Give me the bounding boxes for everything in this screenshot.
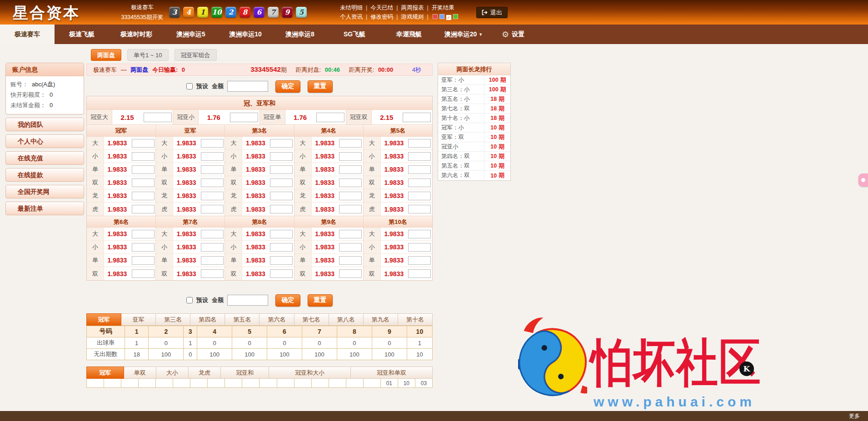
bet-amount-input[interactable] [270,269,293,278]
bet-amount-input[interactable] [339,165,362,174]
bet-amount-input[interactable] [339,139,362,148]
bet-amount-input[interactable] [270,243,293,252]
bet-amount-input[interactable] [403,113,431,122]
nav-tab[interactable]: 极速赛车 [0,25,55,44]
nav-tab[interactable]: 极速时时彩 [109,25,164,44]
trend-tab[interactable]: 冠军 [86,367,124,379]
nav-tab[interactable]: 澳洲幸运20▼ [436,25,491,44]
reset-button[interactable]: 重置 [308,80,333,93]
bet-amount-input[interactable] [408,205,431,213]
bet-amount-input[interactable] [201,256,224,265]
bet-amount-input[interactable] [270,178,293,187]
bet-amount-input[interactable] [270,230,293,238]
bet-amount-input[interactable] [132,152,155,161]
bet-amount-input[interactable] [201,152,224,161]
bet-amount-input[interactable] [201,192,224,200]
nav-tab[interactable]: 澳洲幸运10 [218,25,273,44]
header-link[interactable]: 两周报表 [401,5,424,11]
nav-settings[interactable]: ⚙ 设置 [491,25,535,44]
sidebar-item[interactable]: 我的团队 [5,118,84,131]
bet-amount-input[interactable] [270,192,293,200]
sidebar-item[interactable]: 个人中心 [5,134,84,148]
preset-checkbox[interactable] [186,297,193,303]
bet-amount-input[interactable] [132,192,155,200]
bet-amount-input[interactable] [316,113,344,122]
stats-tab[interactable]: 亚军 [121,313,156,326]
bet-amount-input[interactable] [132,243,155,252]
bet-amount-input[interactable] [132,269,155,278]
bet-amount-input[interactable] [132,256,155,265]
bet-amount-input[interactable] [408,192,431,200]
bet-amount-input[interactable] [408,165,431,174]
bet-amount-input[interactable] [339,178,362,187]
bet-amount-input[interactable] [201,243,224,252]
bet-amount-input[interactable] [339,243,362,252]
bet-amount-input[interactable] [270,165,293,174]
bet-amount-input[interactable] [408,139,431,148]
header-link[interactable]: 今天已结 [370,5,393,11]
sidebar-item[interactable]: 在线提款 [5,168,84,182]
stats-tab[interactable]: 冠军 [86,313,121,326]
bet-amount-input[interactable] [201,230,224,238]
trend-tab[interactable]: 龙虎 [189,367,221,379]
bet-amount-input[interactable] [339,152,362,161]
header-link[interactable]: 修改密码 [370,14,393,20]
bet-amount-input[interactable] [339,205,362,213]
reset-button[interactable]: 重置 [308,294,333,307]
stats-tab[interactable]: 第五名 [225,313,259,326]
bet-amount-input[interactable] [132,230,155,238]
bet-amount-input[interactable] [408,269,431,278]
stats-tab[interactable]: 第七名 [294,313,329,326]
sidebar-item[interactable]: 最新注单 [5,202,84,215]
preset-amount-input[interactable] [227,295,268,306]
bet-amount-input[interactable] [201,269,224,278]
trend-tab[interactable]: 冠亚和大小 [269,367,351,379]
trend-tab[interactable]: 冠亚和 [221,367,269,379]
header-link[interactable]: 开奖结果 [432,5,454,11]
bet-amount-input[interactable] [408,178,431,187]
stats-tab[interactable]: 第四名 [190,313,225,326]
trend-tab[interactable]: 大小 [156,367,189,379]
bet-amount-input[interactable] [339,230,362,238]
trend-tab[interactable]: 冠亚和单双 [351,367,433,379]
bet-amount-input[interactable] [201,178,224,187]
stats-tab[interactable]: 第八名 [329,313,364,326]
header-link[interactable]: 未结明细 [340,5,363,11]
bet-amount-input[interactable] [201,139,224,148]
bet-amount-input[interactable] [270,205,293,213]
more-link[interactable]: 更多 [849,411,860,421]
bet-amount-input[interactable] [230,113,258,122]
bet-amount-input[interactable] [132,178,155,187]
bet-amount-input[interactable] [201,165,224,174]
bet-amount-input[interactable] [132,139,155,148]
floating-widget[interactable] [858,173,868,187]
bet-amount-input[interactable] [270,139,293,148]
board-subtab[interactable]: 单号1 ~ 10 [127,49,169,61]
bet-amount-input[interactable] [132,205,155,213]
header-link[interactable]: 游戏规则 [401,14,424,20]
nav-tab[interactable]: 澳洲幸运5 [164,25,218,44]
nav-tab[interactable]: SG飞艇 [327,25,382,44]
stats-tab[interactable]: 第十名 [398,313,433,326]
trend-tab[interactable]: 单双 [124,367,156,379]
bet-amount-input[interactable] [339,192,362,200]
nav-tab[interactable]: 幸運飛艇 [382,25,436,44]
logout-button[interactable]: 退出 [476,7,508,18]
bet-amount-input[interactable] [270,152,293,161]
bet-amount-input[interactable] [132,165,155,174]
bet-amount-input[interactable] [408,152,431,161]
stats-tab[interactable]: 第九名 [364,313,398,326]
confirm-button[interactable]: 确定 [275,80,300,93]
nav-tab[interactable]: 极速飞艇 [55,25,109,44]
bet-amount-input[interactable] [339,256,362,265]
bet-amount-input[interactable] [201,205,224,213]
bet-amount-input[interactable] [339,269,362,278]
preset-checkbox[interactable] [186,83,193,89]
board-subtab[interactable]: 两面盘 [91,49,121,61]
bet-amount-input[interactable] [144,113,172,122]
stats-tab[interactable]: 第三名 [156,313,190,326]
sidebar-item[interactable]: 全国开奖网 [5,185,84,198]
board-subtab[interactable]: 冠亚军组合 [175,49,217,61]
stats-tab[interactable]: 第六名 [259,313,294,326]
bet-amount-input[interactable] [408,230,431,238]
